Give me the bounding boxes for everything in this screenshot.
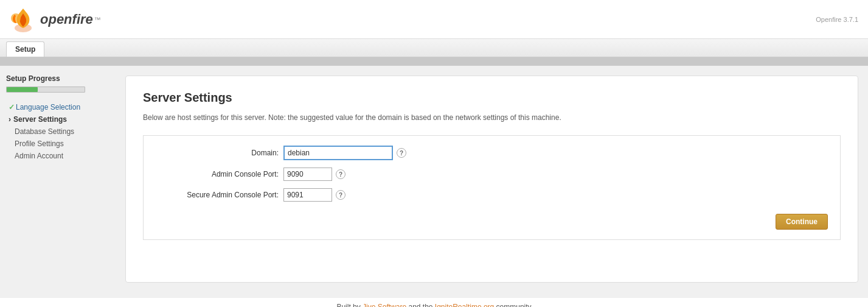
footer: Built by Jive Software and the IgniteRea… <box>0 297 868 307</box>
main-layout: Setup Progress ✓Language Selection ›Serv… <box>0 66 868 297</box>
sidebar-item-server[interactable]: ›Server Settings <box>6 113 109 125</box>
page-title: Server Settings <box>143 91 841 105</box>
sidebar-item-database-label: Database Settings <box>15 127 74 136</box>
domain-label: Domain: <box>156 149 283 157</box>
secure-port-help-icon[interactable]: ? <box>336 190 345 200</box>
igniterealtime-link[interactable]: IgniteRealtime.org <box>435 303 494 307</box>
sidebar-item-profile[interactable]: Profile Settings <box>6 138 109 150</box>
continue-button[interactable]: Continue <box>776 214 828 230</box>
sidebar-item-admin-label: Admin Account <box>15 152 63 160</box>
openfire-logo-icon <box>10 6 36 33</box>
navbar: Setup <box>0 39 868 57</box>
app-name: openfire <box>40 12 93 27</box>
admin-port-label: Admin Console Port: <box>156 170 283 178</box>
admin-port-row: Admin Console Port: ? <box>156 168 828 181</box>
stripe-divider <box>0 57 868 66</box>
secure-port-row: Secure Admin Console Port: ? <box>156 188 828 202</box>
sidebar-item-database[interactable]: Database Settings <box>6 125 109 138</box>
domain-input[interactable] <box>283 146 393 160</box>
content-description: Below are host settings for this server.… <box>143 112 841 123</box>
secure-port-input[interactable] <box>283 188 332 202</box>
sidebar-item-admin[interactable]: Admin Account <box>6 150 109 162</box>
logo-area: openfire ™ <box>10 6 101 33</box>
admin-port-help-icon[interactable]: ? <box>336 169 345 179</box>
content-card: Server Settings Below are host settings … <box>125 76 858 283</box>
sidebar-item-language-label: Language Selection <box>16 103 80 111</box>
footer-text-middle: and the <box>406 303 435 307</box>
checkmark-icon: ✓ <box>9 103 15 111</box>
arrow-icon: › <box>9 115 11 124</box>
domain-help-icon[interactable]: ? <box>397 148 406 158</box>
sidebar: Setup Progress ✓Language Selection ›Serv… <box>0 66 116 297</box>
version-label: Openfire 3.7.1 <box>816 16 858 23</box>
button-row: Continue <box>156 214 828 230</box>
sidebar-item-server-label: Server Settings <box>13 115 67 124</box>
content-area: Server Settings Below are host settings … <box>116 66 868 297</box>
jive-software-link[interactable]: Jive Software <box>363 303 406 307</box>
setup-progress-label: Setup Progress <box>6 74 109 83</box>
progress-bar-fill <box>7 87 38 92</box>
sidebar-item-profile-label: Profile Settings <box>15 139 64 148</box>
secure-port-label: Secure Admin Console Port: <box>156 191 283 199</box>
header: openfire ™ Openfire 3.7.1 <box>0 0 868 39</box>
admin-port-input[interactable] <box>283 168 332 181</box>
footer-text-after: community <box>494 303 531 307</box>
progress-bar-container <box>6 86 85 93</box>
footer-text-before: Built by <box>336 303 363 307</box>
domain-row: Domain: ? <box>156 146 828 160</box>
server-settings-form: Domain: ? Admin Console Port: ? Secure A… <box>143 135 841 240</box>
setup-tab[interactable]: Setup <box>6 41 44 57</box>
svg-point-1 <box>11 13 21 23</box>
sidebar-item-language[interactable]: ✓Language Selection <box>6 101 109 113</box>
